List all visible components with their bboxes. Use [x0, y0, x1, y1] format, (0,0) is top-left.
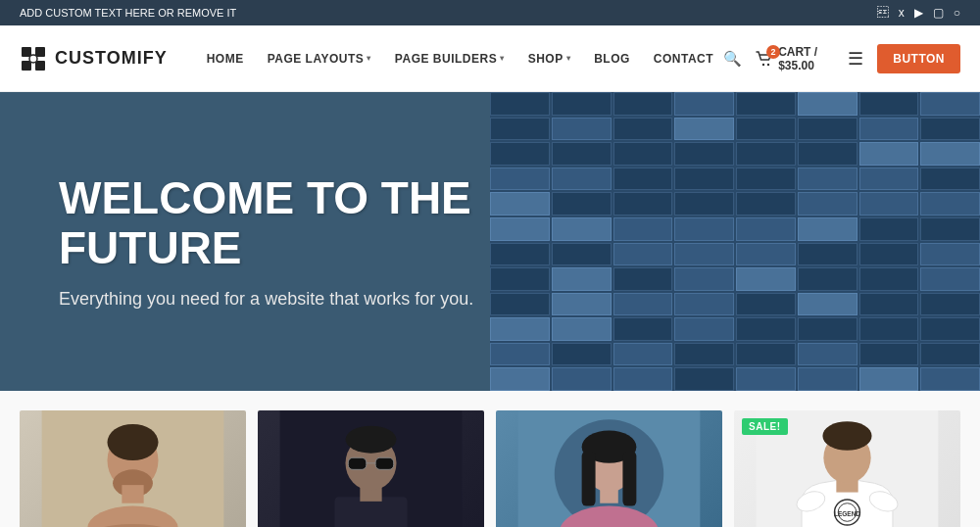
svg-rect-1	[35, 47, 45, 57]
logo-text: CUSTOMIFY	[55, 48, 168, 69]
header: CUSTOMIFY HOME PAGE LAYOUTS ▾ PAGE BUILD…	[0, 25, 980, 92]
hero-content: WELCOME TO THE FUTURE Everything you nee…	[0, 173, 686, 309]
svg-point-4	[29, 55, 37, 63]
svg-rect-13	[122, 485, 143, 503]
cta-button[interactable]: BUTTON	[877, 44, 960, 73]
svg-point-18	[346, 426, 397, 454]
nav-page-builders[interactable]: PAGE BUILDERS ▾	[385, 44, 514, 73]
product-card-1[interactable]	[20, 410, 246, 527]
svg-rect-20	[375, 457, 394, 469]
products-row: LEGEND SALE!	[0, 391, 980, 527]
product-card-4[interactable]: LEGEND SALE!	[734, 410, 960, 527]
chevron-icon: ▾	[367, 54, 371, 63]
chevron-icon: ▾	[566, 54, 571, 63]
instagram-icon[interactable]: ▢	[933, 6, 944, 20]
svg-text:LEGEND: LEGEND	[834, 510, 860, 517]
hamburger-icon[interactable]: ☰	[848, 48, 863, 70]
announcement-text: ADD CUSTOM TEXT HERE OR REMOVE IT	[20, 7, 236, 19]
top-bar: ADD CUSTOM TEXT HERE OR REMOVE IT  x ▶ …	[0, 0, 980, 25]
product-image-1	[20, 410, 246, 527]
svg-rect-2	[22, 61, 31, 71]
svg-rect-19	[348, 457, 367, 469]
product-card-3[interactable]	[496, 410, 722, 527]
facebook-icon[interactable]: 	[877, 6, 889, 20]
svg-point-12	[108, 424, 159, 460]
svg-rect-29	[622, 452, 636, 506]
svg-point-6	[767, 63, 769, 65]
nav-home[interactable]: HOME	[197, 44, 254, 73]
hero-title: WELCOME TO THE FUTURE	[59, 173, 627, 272]
nav-blog[interactable]: BLOG	[584, 44, 640, 73]
chevron-icon: ▾	[500, 54, 505, 63]
cart-icon-wrap: 2	[756, 51, 773, 67]
hero-subtitle: Everything you need for a website that w…	[59, 289, 627, 310]
pinterest-icon[interactable]: ○	[954, 6, 960, 20]
twitter-icon[interactable]: x	[899, 6, 905, 20]
sale-badge: SALE!	[742, 418, 788, 435]
social-links:  x ▶ ▢ ○	[877, 6, 960, 20]
nav-shop[interactable]: SHOP ▾	[518, 44, 581, 73]
youtube-icon[interactable]: ▶	[914, 6, 923, 20]
product-image-3	[496, 410, 722, 527]
nav-page-layouts[interactable]: PAGE LAYOUTS ▾	[258, 44, 381, 73]
logo[interactable]: CUSTOMIFY	[20, 45, 168, 72]
hero-section: WELCOME TO THE FUTURE Everything you nee…	[0, 92, 980, 391]
svg-rect-0	[22, 47, 31, 57]
svg-rect-28	[582, 452, 596, 506]
product-card-2[interactable]	[258, 410, 484, 527]
cart-badge: 2	[766, 45, 780, 59]
cart-link[interactable]: 2 CART / $35.00	[756, 45, 834, 72]
nav-contact[interactable]: CONTACT	[644, 44, 723, 73]
svg-point-5	[762, 63, 764, 65]
cart-label: CART / $35.00	[778, 45, 834, 72]
svg-point-35	[822, 421, 871, 451]
header-right: 🔍 2 CART / $35.00 ☰ BUTTON	[723, 44, 960, 73]
logo-icon	[20, 45, 47, 72]
svg-rect-3	[35, 61, 45, 71]
main-nav: HOME PAGE LAYOUTS ▾ PAGE BUILDERS ▾ SHOP…	[197, 44, 723, 73]
product-image-2	[258, 410, 484, 527]
search-icon[interactable]: 🔍	[723, 50, 742, 68]
